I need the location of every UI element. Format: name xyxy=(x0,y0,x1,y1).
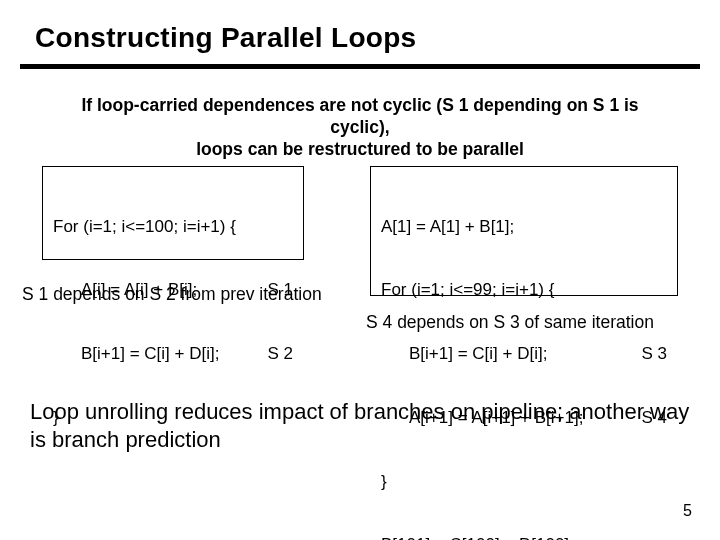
code-line: B[101] = C[100] + D[100]; xyxy=(381,534,667,540)
left-caption: S 1 depends on S 2 from prev iteration xyxy=(22,284,362,305)
code-text: For (i=1; i<=99; i=i+1) { xyxy=(381,279,554,300)
code-text: A[1] = A[1] + B[1]; xyxy=(381,216,514,237)
code-text: For (i=1; i<=100; i=i+1) { xyxy=(53,216,236,237)
stmt-tag: S 3 xyxy=(627,343,667,364)
slide-title: Constructing Parallel Loops xyxy=(35,22,416,54)
page-number: 5 xyxy=(683,502,692,520)
code-line: For (i=1; i<=99; i=i+1) { xyxy=(381,279,667,300)
stmt-tag: S 2 xyxy=(253,343,293,364)
title-underline xyxy=(20,64,700,69)
bottom-paragraph: Loop unrolling reduces impact of branche… xyxy=(30,398,690,453)
code-text: B[i+1] = C[i] + D[i]; xyxy=(409,343,547,364)
indent xyxy=(381,343,409,364)
code-line: A[1] = A[1] + B[1]; xyxy=(381,216,667,237)
code-box-original: For (i=1; i<=100; i=i+1) { A[i] = A[i] +… xyxy=(42,166,304,260)
code-box-restructured: A[1] = A[1] + B[1]; For (i=1; i<=99; i=i… xyxy=(370,166,678,296)
code-text: B[101] = C[100] + D[100]; xyxy=(381,534,574,540)
intro-line-1: If loop-carried dependences are not cycl… xyxy=(81,95,638,137)
code-text: B[i+1] = C[i] + D[i]; xyxy=(81,343,219,364)
code-line: For (i=1; i<=100; i=i+1) { xyxy=(53,216,293,237)
slide: Constructing Parallel Loops If loop-carr… xyxy=(0,0,720,540)
code-line: } xyxy=(381,471,667,492)
intro-text: If loop-carried dependences are not cycl… xyxy=(50,95,670,161)
right-caption: S 4 depends on S 3 of same iteration xyxy=(366,312,706,333)
code-text: } xyxy=(381,471,387,492)
indent xyxy=(53,343,81,364)
code-line: B[i+1] = C[i] + D[i];S 2 xyxy=(53,343,293,364)
intro-line-2: loops can be restructured to be parallel xyxy=(196,139,524,159)
code-line: B[i+1] = C[i] + D[i];S 3 xyxy=(381,343,667,364)
